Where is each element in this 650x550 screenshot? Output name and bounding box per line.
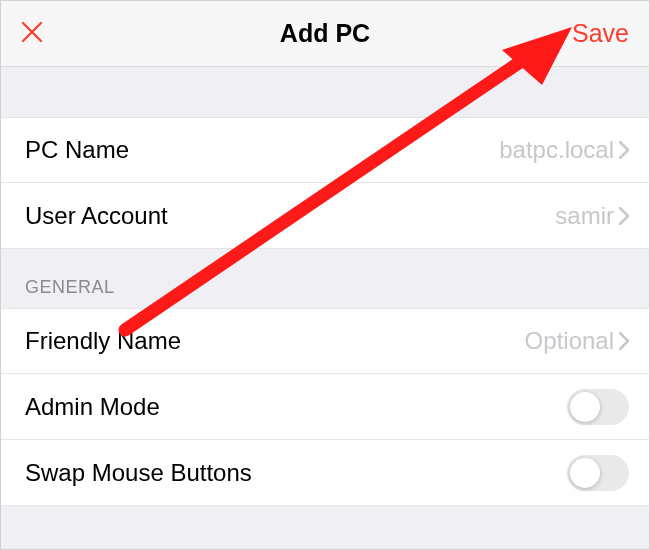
row-swap-mouse[interactable]: Swap Mouse Buttons — [1, 440, 649, 506]
user-account-value: samir — [555, 202, 614, 230]
row-pc-name[interactable]: PC Name batpc.local — [1, 117, 649, 183]
admin-mode-toggle[interactable] — [567, 389, 629, 425]
admin-mode-label: Admin Mode — [25, 393, 160, 421]
header-bar: Add PC Save — [1, 1, 649, 67]
chevron-right-icon — [619, 332, 629, 350]
section-general-label: GENERAL — [1, 249, 649, 308]
friendly-name-value: Optional — [525, 327, 614, 355]
chevron-right-icon — [619, 141, 629, 159]
close-button[interactable] — [21, 18, 81, 50]
user-account-label: User Account — [25, 202, 168, 230]
swap-mouse-toggle[interactable] — [567, 455, 629, 491]
close-icon — [21, 21, 43, 43]
swap-mouse-label: Swap Mouse Buttons — [25, 459, 252, 487]
spacer — [1, 67, 649, 117]
row-admin-mode[interactable]: Admin Mode — [1, 374, 649, 440]
page-title: Add PC — [280, 19, 370, 48]
pc-name-label: PC Name — [25, 136, 129, 164]
friendly-name-label: Friendly Name — [25, 327, 181, 355]
save-button[interactable]: Save — [569, 19, 629, 48]
pc-name-value: batpc.local — [499, 136, 614, 164]
chevron-right-icon — [619, 207, 629, 225]
row-user-account[interactable]: User Account samir — [1, 183, 649, 249]
row-friendly-name[interactable]: Friendly Name Optional — [1, 308, 649, 374]
